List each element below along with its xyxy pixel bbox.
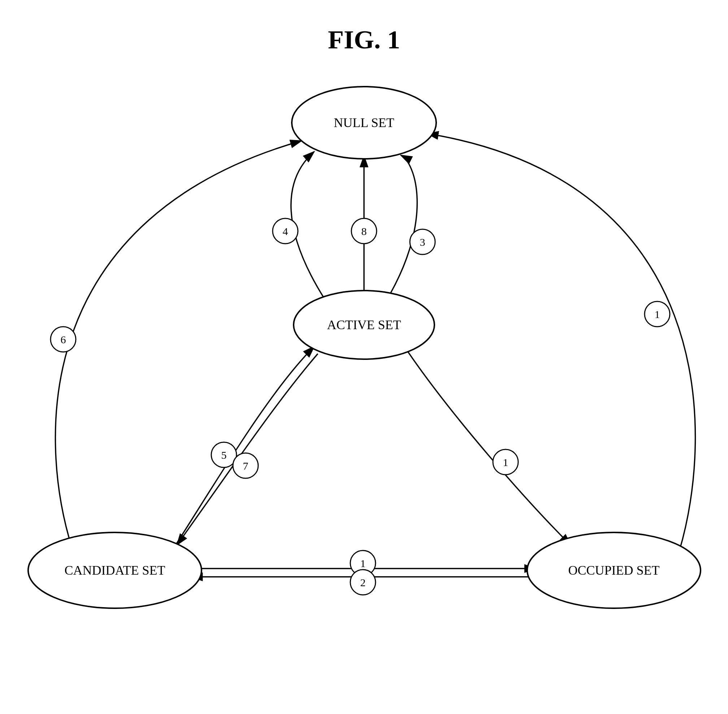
- null-set-label: NULL SET: [334, 116, 394, 130]
- edge-label-1-bottom: 1: [360, 557, 366, 569]
- edge-label-5: 5: [221, 449, 227, 461]
- occupied-set-label: OCCUPIED SET: [568, 563, 659, 578]
- edge-label-2: 2: [360, 576, 366, 588]
- edge-label-1-active-occupied: 1: [503, 456, 509, 468]
- active-set-label: ACTIVE SET: [327, 318, 401, 332]
- edge-label-8: 8: [362, 225, 367, 237]
- edge-label-3: 3: [420, 236, 425, 248]
- edge-label-1-right: 1: [655, 308, 660, 320]
- fig-title: FIG. 1: [328, 25, 400, 54]
- edge-label-7: 7: [243, 460, 248, 472]
- diagram-container: FIG. 1 1 3 4 6 8 5 7: [0, 0, 728, 714]
- edge-label-6: 6: [61, 333, 66, 345]
- candidate-set-label: CANDIDATE SET: [65, 563, 165, 578]
- edge-label-4: 4: [283, 225, 288, 237]
